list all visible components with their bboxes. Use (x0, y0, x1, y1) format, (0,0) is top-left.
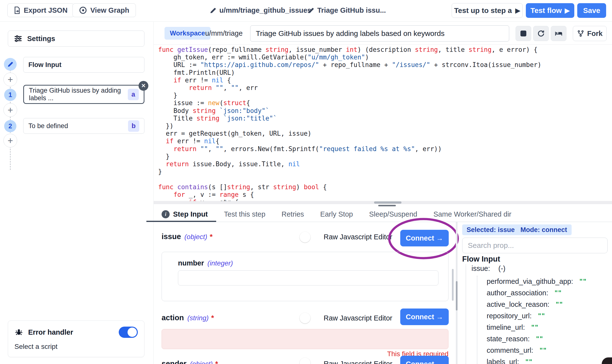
prop-row-performed_via_github_app[interactable]: performed_via_github_app:"" (487, 276, 612, 287)
flow-input-node-icon[interactable] (4, 58, 17, 71)
code-line: gh_token, err := wmill.GetVariable("u/mm… (158, 53, 611, 61)
code-line: err = getRequest(gh_token, URL, issue) (158, 130, 611, 137)
save-button[interactable]: Save (577, 3, 606, 18)
panel-scrollbar-thumb[interactable] (456, 281, 458, 311)
bed-icon (555, 29, 563, 38)
fork-label: Fork (587, 30, 603, 38)
prop-search-input[interactable] (462, 238, 608, 253)
code-line: } (158, 92, 611, 99)
export-json-label: Export JSON (24, 6, 68, 14)
add-step-button[interactable]: + (3, 73, 17, 86)
number-input[interactable] (178, 270, 438, 286)
action-raw-editor-label: Raw Javascript Editor (324, 314, 392, 322)
code-line: fmt.Println(URL) (158, 69, 611, 77)
sleep-button[interactable] (551, 26, 567, 41)
add-step-button[interactable]: + (3, 103, 17, 117)
save-label: Save (583, 6, 600, 15)
code-line: func contains(s []string, str string) bo… (158, 183, 611, 191)
code-line: } (158, 168, 611, 176)
step-node-2[interactable]: To be defined b (23, 118, 144, 134)
prop-row-active_lock_reason[interactable]: active_lock_reason:"" (487, 299, 612, 310)
step-node-1[interactable]: Triage GitHub issues by adding labels ..… (23, 85, 144, 104)
flow-input-tree-title: Flow Input (462, 255, 500, 263)
refresh-icon (537, 30, 545, 37)
tree-root-issue[interactable]: issue:(-) (472, 264, 505, 273)
flow-input-label: Flow Input (28, 61, 61, 69)
form-scrollbar-thumb[interactable] (452, 269, 454, 301)
breadcrumb-title[interactable]: Triage GitHub issu... (307, 6, 386, 14)
prop-list: performed_via_github_app:""author_associ… (487, 276, 612, 364)
tab-same-worker-shared-dir[interactable]: Same Worker/Shared dir (433, 207, 511, 222)
step-2-badge: b (128, 120, 139, 132)
step-1-badge: a (128, 89, 139, 100)
field-number-label: number(integer) (178, 259, 233, 267)
error-handler-card: Error handler Select a script (8, 321, 144, 357)
remove-step-button[interactable]: ✕ (139, 81, 148, 91)
pencil-icon (209, 7, 216, 14)
panel-resize-handle[interactable] (378, 205, 396, 206)
error-handler-script[interactable]: Select a script (14, 343, 138, 351)
tab-test-this-step[interactable]: Test this step (224, 207, 265, 222)
export-icon (14, 7, 20, 14)
add-step-button[interactable]: + (3, 134, 17, 147)
flow-editor-app: Export JSON View Graph u/mm/triage_githu… (0, 0, 612, 364)
code-line (158, 176, 611, 183)
prop-row-repository_url[interactable]: repository_url:"" (487, 310, 612, 322)
test-up-to-step-label: Test up to step a (454, 6, 512, 15)
export-json-button[interactable]: Export JSON (7, 3, 74, 17)
flow-sidebar: Settings Flow Input + 1 Triage GitHub is… (0, 22, 154, 364)
issue-connect-button[interactable]: Connect → (400, 230, 449, 247)
action-connect-button[interactable]: Connect → (400, 309, 449, 325)
prop-row-author_association[interactable]: author_association:"" (487, 287, 612, 299)
flow-input-node[interactable]: Flow Input (23, 57, 144, 73)
required-asterisk: * (210, 233, 213, 241)
code-line: if err != nil{ (158, 137, 611, 145)
tree-guide-line (477, 276, 477, 364)
breadcrumb-path[interactable]: u/mm/triage_github_issues (209, 6, 311, 14)
stop-button[interactable] (515, 26, 531, 41)
fork-button[interactable]: Fork (573, 26, 607, 41)
step-tabs: iStep InputTest this stepRetriesEarly St… (154, 207, 612, 222)
view-graph-label: View Graph (90, 6, 129, 14)
code-line: }) (158, 122, 611, 130)
issue-raw-editor-label: Raw Javascript Editor (324, 233, 392, 241)
pencil-icon (7, 61, 14, 67)
field-action-label: action(string)* (162, 313, 214, 322)
code-line: Body string `json:"body"` (158, 107, 611, 115)
flow-path-label: u/mm/triage (205, 29, 243, 37)
flow-summary-input[interactable] (250, 26, 509, 41)
git-fork-icon (577, 30, 584, 37)
prop-row-state_reason[interactable]: state_reason:"" (487, 333, 612, 345)
info-icon: i (162, 210, 170, 218)
mode-badge: Mode: connect (516, 224, 572, 235)
prop-row-comments_url[interactable]: comments_url:"" (487, 345, 612, 356)
top-toolbar: Export JSON View Graph u/mm/triage_githu… (0, 0, 612, 22)
required-asterisk: * (215, 360, 218, 364)
required-asterisk: * (211, 314, 214, 322)
prop-row-labels_url[interactable]: labels_url:"" (487, 356, 612, 364)
field-issue-label: issue(object)* (162, 232, 212, 241)
pencil-icon (307, 7, 314, 14)
code-editor[interactable]: func getIssue(repo_fullname string, issu… (158, 46, 611, 201)
error-handler-toggle[interactable] (119, 327, 138, 338)
action-input-invalid[interactable] (162, 329, 448, 349)
tab-early-stop[interactable]: Early Stop (320, 207, 353, 222)
sender-connect-button[interactable]: Connect → (400, 356, 449, 364)
code-line: return issue.Body, issue.Title, nil (158, 160, 611, 168)
sender-raw-editor-label: Raw Javascript Editor (324, 360, 392, 364)
step-1-label: Triage GitHub issues by adding labels ..… (29, 87, 128, 102)
settings-button[interactable]: Settings (8, 31, 144, 47)
tab-sleep-suspend[interactable]: Sleep/Suspend (369, 207, 417, 222)
prop-row-timeline_url[interactable]: timeline_url:"" (487, 322, 612, 333)
tab-retries[interactable]: Retries (281, 207, 304, 222)
code-hscrollbar-thumb[interactable] (374, 201, 402, 204)
code-line: func getIssue(repo_fullname string, issu… (158, 46, 611, 53)
test-up-to-step-button[interactable]: Test up to step a ▶ (452, 3, 523, 18)
tab-step-input[interactable]: iStep Input (162, 207, 208, 222)
breadcrumb-path-label: u/mm/triage_github_issues (219, 6, 311, 14)
selected-badge: Selected: issue (462, 224, 519, 235)
refresh-button[interactable] (533, 26, 549, 41)
view-graph-button[interactable]: View Graph (72, 3, 136, 17)
test-flow-button[interactable]: Test flow ▶ (526, 3, 574, 18)
code-line: return "", "", err (158, 84, 611, 92)
